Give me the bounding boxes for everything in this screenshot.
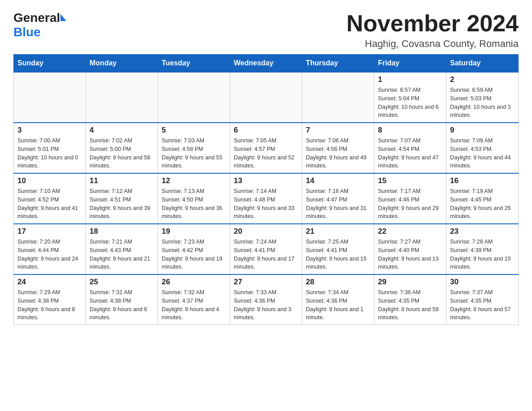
calendar-week-2: 3Sunrise: 7:00 AMSunset: 5:01 PMDaylight… (14, 123, 519, 173)
day-info: Sunrise: 7:00 AMSunset: 5:01 PMDaylight:… (17, 137, 82, 170)
calendar-cell: 19Sunrise: 7:23 AMSunset: 4:42 PMDayligh… (158, 224, 230, 274)
day-number: 4 (90, 126, 154, 135)
day-info: Sunrise: 7:06 AMSunset: 4:56 PMDaylight:… (306, 137, 370, 170)
day-number: 30 (450, 278, 515, 287)
calendar-cell: 24Sunrise: 7:29 AMSunset: 4:38 PMDayligh… (14, 274, 86, 325)
calendar-cell (230, 72, 302, 123)
day-info: Sunrise: 7:10 AMSunset: 4:52 PMDaylight:… (17, 187, 82, 221)
calendar-cell: 25Sunrise: 7:31 AMSunset: 4:38 PMDayligh… (86, 274, 158, 325)
calendar-cell: 22Sunrise: 7:27 AMSunset: 4:40 PMDayligh… (374, 224, 446, 274)
day-info: Sunrise: 7:07 AMSunset: 4:54 PMDaylight:… (378, 137, 442, 170)
calendar-header-saturday: Saturday (446, 55, 519, 73)
day-info: Sunrise: 7:21 AMSunset: 4:43 PMDaylight:… (90, 238, 154, 271)
day-number: 8 (378, 126, 442, 135)
day-number: 21 (306, 227, 370, 236)
calendar-week-5: 24Sunrise: 7:29 AMSunset: 4:38 PMDayligh… (14, 274, 519, 325)
calendar-cell: 27Sunrise: 7:33 AMSunset: 4:36 PMDayligh… (230, 274, 302, 325)
calendar-header-thursday: Thursday (302, 55, 374, 73)
calendar-cell: 18Sunrise: 7:21 AMSunset: 4:43 PMDayligh… (86, 224, 158, 274)
day-number: 16 (450, 176, 515, 185)
day-info: Sunrise: 7:25 AMSunset: 4:41 PMDaylight:… (306, 238, 370, 271)
day-info: Sunrise: 7:29 AMSunset: 4:38 PMDaylight:… (17, 288, 82, 322)
day-info: Sunrise: 7:09 AMSunset: 4:53 PMDaylight:… (450, 137, 515, 170)
logo-general-line: General (13, 11, 66, 25)
day-number: 25 (90, 278, 154, 287)
calendar-cell: 6Sunrise: 7:05 AMSunset: 4:57 PMDaylight… (230, 123, 302, 173)
calendar-cell: 21Sunrise: 7:25 AMSunset: 4:41 PMDayligh… (302, 224, 374, 274)
calendar-header-friday: Friday (374, 55, 446, 73)
day-number: 12 (162, 176, 226, 185)
day-number: 13 (234, 176, 298, 185)
day-number: 27 (234, 278, 298, 287)
calendar-cell (302, 72, 374, 123)
calendar-cell: 8Sunrise: 7:07 AMSunset: 4:54 PMDaylight… (374, 123, 446, 173)
day-number: 20 (234, 227, 298, 236)
calendar-cell: 2Sunrise: 6:59 AMSunset: 5:03 PMDaylight… (446, 72, 519, 123)
day-info: Sunrise: 7:02 AMSunset: 5:00 PMDaylight:… (90, 137, 154, 170)
day-number: 2 (450, 75, 515, 84)
calendar-cell: 5Sunrise: 7:03 AMSunset: 4:58 PMDaylight… (158, 123, 230, 173)
day-number: 1 (378, 75, 442, 84)
title-area: November 2024 Haghig, Covasna County, Ro… (347, 11, 519, 50)
day-number: 7 (306, 126, 370, 135)
day-info: Sunrise: 7:05 AMSunset: 4:57 PMDaylight:… (234, 137, 298, 170)
day-number: 9 (450, 126, 515, 135)
day-info: Sunrise: 7:28 AMSunset: 4:39 PMDaylight:… (450, 238, 515, 271)
calendar-cell (86, 72, 158, 123)
calendar-cell: 11Sunrise: 7:12 AMSunset: 4:51 PMDayligh… (86, 173, 158, 224)
calendar-cell (158, 72, 230, 123)
day-info: Sunrise: 7:32 AMSunset: 4:37 PMDaylight:… (162, 288, 226, 322)
calendar-cell: 28Sunrise: 7:34 AMSunset: 4:36 PMDayligh… (302, 274, 374, 325)
day-info: Sunrise: 7:20 AMSunset: 4:44 PMDaylight:… (17, 238, 82, 271)
calendar-week-4: 17Sunrise: 7:20 AMSunset: 4:44 PMDayligh… (14, 224, 519, 274)
day-info: Sunrise: 7:19 AMSunset: 4:45 PMDaylight:… (450, 187, 515, 221)
calendar-table: SundayMondayTuesdayWednesdayThursdayFrid… (13, 54, 519, 325)
calendar-cell: 7Sunrise: 7:06 AMSunset: 4:56 PMDaylight… (302, 123, 374, 173)
day-number: 19 (162, 227, 226, 236)
calendar-header-monday: Monday (86, 55, 158, 73)
day-number: 22 (378, 227, 442, 236)
day-info: Sunrise: 7:34 AMSunset: 4:36 PMDaylight:… (306, 288, 370, 322)
calendar-cell: 1Sunrise: 6:57 AMSunset: 5:04 PMDaylight… (374, 72, 446, 123)
day-number: 5 (162, 126, 226, 135)
calendar-cell: 16Sunrise: 7:19 AMSunset: 4:45 PMDayligh… (446, 173, 519, 224)
day-info: Sunrise: 7:14 AMSunset: 4:48 PMDaylight:… (234, 187, 298, 221)
day-number: 6 (234, 126, 298, 135)
day-number: 3 (17, 126, 82, 135)
day-number: 28 (306, 278, 370, 287)
calendar-cell: 9Sunrise: 7:09 AMSunset: 4:53 PMDaylight… (446, 123, 519, 173)
day-info: Sunrise: 7:13 AMSunset: 4:50 PMDaylight:… (162, 187, 226, 221)
logo-blue-text: Blue (13, 25, 41, 39)
day-number: 10 (17, 176, 82, 185)
calendar-cell (14, 72, 86, 123)
calendar-cell: 15Sunrise: 7:17 AMSunset: 4:46 PMDayligh… (374, 173, 446, 224)
day-info: Sunrise: 7:17 AMSunset: 4:46 PMDaylight:… (378, 187, 442, 221)
logo-arrow-icon (60, 14, 66, 21)
calendar-cell: 14Sunrise: 7:16 AMSunset: 4:47 PMDayligh… (302, 173, 374, 224)
calendar-cell: 29Sunrise: 7:36 AMSunset: 4:35 PMDayligh… (374, 274, 446, 325)
header: General Blue November 2024 Haghig, Covas… (13, 11, 519, 50)
day-info: Sunrise: 7:33 AMSunset: 4:36 PMDaylight:… (234, 288, 298, 322)
day-number: 23 (450, 227, 515, 236)
day-info: Sunrise: 7:23 AMSunset: 4:42 PMDaylight:… (162, 238, 226, 271)
calendar-cell: 17Sunrise: 7:20 AMSunset: 4:44 PMDayligh… (14, 224, 86, 274)
subtitle: Haghig, Covasna County, Romania (347, 38, 519, 50)
day-info: Sunrise: 7:31 AMSunset: 4:38 PMDaylight:… (90, 288, 154, 322)
page-title: November 2024 (347, 11, 519, 36)
day-info: Sunrise: 7:03 AMSunset: 4:58 PMDaylight:… (162, 137, 226, 170)
day-number: 11 (90, 176, 154, 185)
calendar-cell: 23Sunrise: 7:28 AMSunset: 4:39 PMDayligh… (446, 224, 519, 274)
logo-general-text: General (13, 11, 60, 25)
day-info: Sunrise: 7:12 AMSunset: 4:51 PMDaylight:… (90, 187, 154, 221)
day-info: Sunrise: 6:57 AMSunset: 5:04 PMDaylight:… (378, 86, 442, 120)
logo-blue-line: Blue (13, 25, 41, 39)
day-number: 17 (17, 227, 82, 236)
day-info: Sunrise: 7:37 AMSunset: 4:35 PMDaylight:… (450, 288, 515, 322)
calendar-cell: 4Sunrise: 7:02 AMSunset: 5:00 PMDaylight… (86, 123, 158, 173)
day-info: Sunrise: 7:36 AMSunset: 4:35 PMDaylight:… (378, 288, 442, 322)
day-number: 15 (378, 176, 442, 185)
calendar-header-row: SundayMondayTuesdayWednesdayThursdayFrid… (14, 55, 519, 73)
day-number: 29 (378, 278, 442, 287)
calendar-week-3: 10Sunrise: 7:10 AMSunset: 4:52 PMDayligh… (14, 173, 519, 224)
calendar-header-wednesday: Wednesday (230, 55, 302, 73)
